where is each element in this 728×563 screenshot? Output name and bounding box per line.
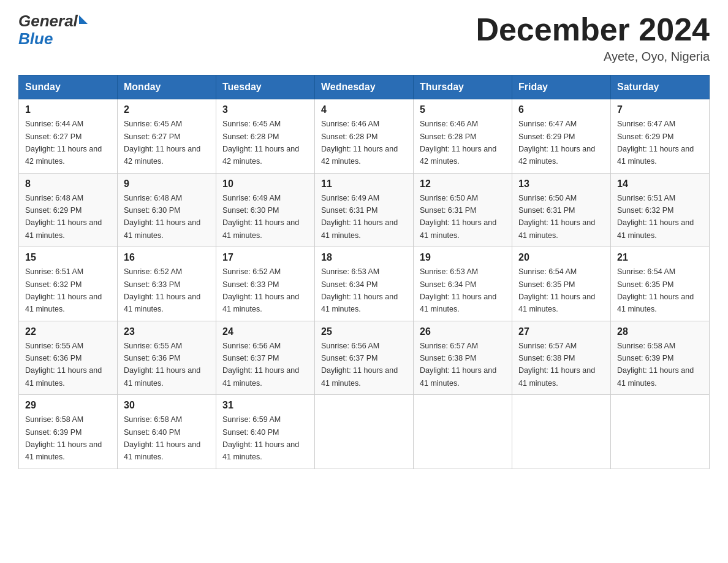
day-number: 6 — [518, 104, 604, 115]
day-number: 22 — [25, 326, 111, 337]
day-number: 13 — [518, 178, 604, 190]
day-number: 24 — [222, 326, 308, 337]
table-cell: 1 Sunrise: 6:44 AMSunset: 6:27 PMDayligh… — [19, 99, 118, 174]
day-info: Sunrise: 6:48 AMSunset: 6:29 PMDaylight:… — [25, 194, 102, 240]
table-cell: 30 Sunrise: 6:58 AMSunset: 6:40 PMDaylig… — [118, 395, 216, 469]
day-info: Sunrise: 6:52 AMSunset: 6:33 PMDaylight:… — [124, 267, 200, 313]
table-cell: 28 Sunrise: 6:58 AMSunset: 6:39 PMDaylig… — [611, 321, 710, 395]
table-cell: 3 Sunrise: 6:45 AMSunset: 6:28 PMDayligh… — [216, 99, 315, 174]
day-number: 29 — [25, 400, 111, 411]
day-info: Sunrise: 6:52 AMSunset: 6:33 PMDaylight:… — [222, 267, 299, 313]
logo-blue-text: Blue — [18, 29, 53, 48]
page-header: General Blue December 2024 Ayete, Oyo, N… — [18, 12, 710, 64]
col-sunday: Sunday — [19, 75, 118, 99]
table-cell: 11 Sunrise: 6:49 AMSunset: 6:31 PMDaylig… — [315, 173, 414, 247]
table-cell: 22 Sunrise: 6:55 AMSunset: 6:36 PMDaylig… — [19, 321, 118, 395]
day-info: Sunrise: 6:54 AMSunset: 6:35 PMDaylight:… — [518, 267, 595, 313]
day-info: Sunrise: 6:53 AMSunset: 6:34 PMDaylight:… — [321, 267, 398, 313]
day-number: 8 — [25, 178, 111, 190]
day-info: Sunrise: 6:47 AMSunset: 6:29 PMDaylight:… — [518, 120, 595, 166]
table-cell: 13 Sunrise: 6:50 AMSunset: 6:31 PMDaylig… — [512, 173, 611, 247]
table-cell — [512, 395, 611, 469]
day-number: 20 — [518, 252, 604, 263]
table-cell: 29 Sunrise: 6:58 AMSunset: 6:39 PMDaylig… — [19, 395, 118, 469]
day-number: 15 — [25, 252, 111, 263]
table-cell: 17 Sunrise: 6:52 AMSunset: 6:33 PMDaylig… — [216, 247, 315, 321]
table-cell: 23 Sunrise: 6:55 AMSunset: 6:36 PMDaylig… — [118, 321, 216, 395]
day-number: 2 — [124, 104, 210, 115]
day-number: 16 — [124, 252, 210, 263]
day-info: Sunrise: 6:50 AMSunset: 6:31 PMDaylight:… — [420, 194, 496, 240]
table-cell: 18 Sunrise: 6:53 AMSunset: 6:34 PMDaylig… — [315, 247, 414, 321]
table-cell: 7 Sunrise: 6:47 AMSunset: 6:29 PMDayligh… — [611, 99, 710, 174]
day-number: 31 — [222, 400, 308, 411]
table-cell: 4 Sunrise: 6:46 AMSunset: 6:28 PMDayligh… — [315, 99, 414, 174]
location-text: Ayete, Oyo, Nigeria — [476, 50, 710, 64]
table-cell: 15 Sunrise: 6:51 AMSunset: 6:32 PMDaylig… — [19, 247, 118, 321]
day-info: Sunrise: 6:53 AMSunset: 6:34 PMDaylight:… — [420, 267, 496, 313]
day-number: 21 — [617, 252, 703, 263]
day-info: Sunrise: 6:51 AMSunset: 6:32 PMDaylight:… — [617, 194, 694, 240]
day-info: Sunrise: 6:50 AMSunset: 6:31 PMDaylight:… — [518, 194, 595, 240]
day-number: 19 — [420, 252, 506, 263]
table-cell: 2 Sunrise: 6:45 AMSunset: 6:27 PMDayligh… — [118, 99, 216, 174]
day-info: Sunrise: 6:56 AMSunset: 6:37 PMDaylight:… — [222, 342, 299, 388]
day-number: 17 — [222, 252, 308, 263]
day-info: Sunrise: 6:45 AMSunset: 6:28 PMDaylight:… — [222, 120, 299, 166]
day-info: Sunrise: 6:54 AMSunset: 6:35 PMDaylight:… — [617, 267, 694, 313]
col-friday: Friday — [512, 75, 611, 99]
day-info: Sunrise: 6:48 AMSunset: 6:30 PMDaylight:… — [124, 194, 200, 240]
table-cell: 26 Sunrise: 6:57 AMSunset: 6:38 PMDaylig… — [414, 321, 512, 395]
day-info: Sunrise: 6:57 AMSunset: 6:38 PMDaylight:… — [518, 342, 595, 388]
day-info: Sunrise: 6:46 AMSunset: 6:28 PMDaylight:… — [321, 120, 398, 166]
day-info: Sunrise: 6:49 AMSunset: 6:30 PMDaylight:… — [222, 194, 299, 240]
day-number: 5 — [420, 104, 506, 115]
table-cell — [611, 395, 710, 469]
calendar-week-1: 1 Sunrise: 6:44 AMSunset: 6:27 PMDayligh… — [19, 99, 710, 174]
day-info: Sunrise: 6:44 AMSunset: 6:27 PMDaylight:… — [25, 120, 102, 166]
table-cell: 12 Sunrise: 6:50 AMSunset: 6:31 PMDaylig… — [414, 173, 512, 247]
title-section: December 2024 Ayete, Oyo, Nigeria — [476, 12, 710, 64]
table-cell: 21 Sunrise: 6:54 AMSunset: 6:35 PMDaylig… — [611, 247, 710, 321]
day-number: 14 — [617, 178, 703, 190]
logo-triangle-icon — [79, 15, 88, 24]
col-tuesday: Tuesday — [216, 75, 315, 99]
day-number: 10 — [222, 178, 308, 190]
day-info: Sunrise: 6:46 AMSunset: 6:28 PMDaylight:… — [420, 120, 496, 166]
calendar-table: Sunday Monday Tuesday Wednesday Thursday… — [18, 75, 710, 469]
day-number: 23 — [124, 326, 210, 337]
day-info: Sunrise: 6:51 AMSunset: 6:32 PMDaylight:… — [25, 267, 102, 313]
table-cell: 6 Sunrise: 6:47 AMSunset: 6:29 PMDayligh… — [512, 99, 611, 174]
col-wednesday: Wednesday — [315, 75, 414, 99]
day-number: 7 — [617, 104, 703, 115]
day-number: 30 — [124, 400, 210, 411]
day-number: 11 — [321, 178, 407, 190]
table-cell: 20 Sunrise: 6:54 AMSunset: 6:35 PMDaylig… — [512, 247, 611, 321]
table-cell — [414, 395, 512, 469]
table-cell: 19 Sunrise: 6:53 AMSunset: 6:34 PMDaylig… — [414, 247, 512, 321]
table-cell: 24 Sunrise: 6:56 AMSunset: 6:37 PMDaylig… — [216, 321, 315, 395]
table-cell: 27 Sunrise: 6:57 AMSunset: 6:38 PMDaylig… — [512, 321, 611, 395]
day-number: 27 — [518, 326, 604, 337]
logo: General Blue — [18, 12, 88, 47]
day-info: Sunrise: 6:58 AMSunset: 6:40 PMDaylight:… — [124, 415, 200, 461]
table-cell: 8 Sunrise: 6:48 AMSunset: 6:29 PMDayligh… — [19, 173, 118, 247]
day-number: 1 — [25, 104, 111, 115]
day-number: 12 — [420, 178, 506, 190]
table-cell: 10 Sunrise: 6:49 AMSunset: 6:30 PMDaylig… — [216, 173, 315, 247]
day-number: 18 — [321, 252, 407, 263]
table-cell: 31 Sunrise: 6:59 AMSunset: 6:40 PMDaylig… — [216, 395, 315, 469]
day-info: Sunrise: 6:55 AMSunset: 6:36 PMDaylight:… — [124, 342, 200, 388]
day-number: 4 — [321, 104, 407, 115]
day-info: Sunrise: 6:49 AMSunset: 6:31 PMDaylight:… — [321, 194, 398, 240]
table-cell: 16 Sunrise: 6:52 AMSunset: 6:33 PMDaylig… — [118, 247, 216, 321]
calendar-week-2: 8 Sunrise: 6:48 AMSunset: 6:29 PMDayligh… — [19, 173, 710, 247]
day-number: 26 — [420, 326, 506, 337]
col-thursday: Thursday — [414, 75, 512, 99]
calendar-week-3: 15 Sunrise: 6:51 AMSunset: 6:32 PMDaylig… — [19, 247, 710, 321]
calendar-header-row: Sunday Monday Tuesday Wednesday Thursday… — [19, 75, 710, 99]
day-number: 3 — [222, 104, 308, 115]
day-info: Sunrise: 6:45 AMSunset: 6:27 PMDaylight:… — [124, 120, 200, 166]
table-cell — [315, 395, 414, 469]
table-cell: 5 Sunrise: 6:46 AMSunset: 6:28 PMDayligh… — [414, 99, 512, 174]
